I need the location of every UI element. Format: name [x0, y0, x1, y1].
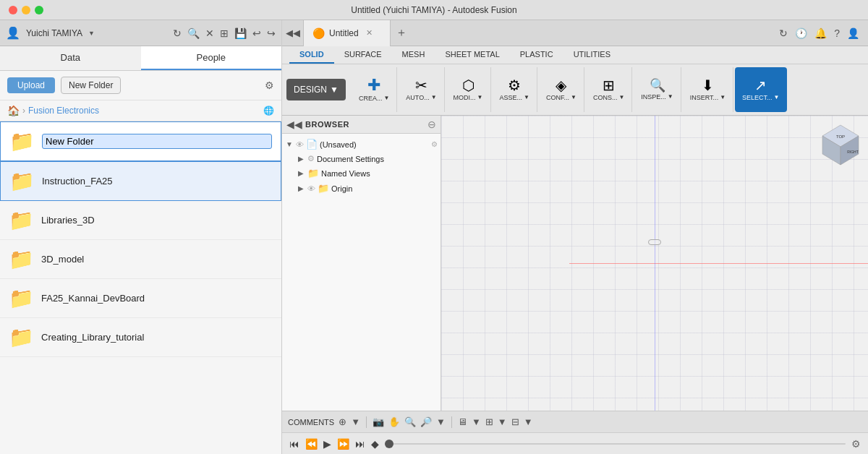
construct-button[interactable]: ◈ CONF... ▼	[543, 77, 579, 103]
doc-tab-title: Untitled	[329, 28, 359, 38]
ribbon-tab-surface[interactable]: SURFACE	[334, 46, 392, 64]
main-layout: 👤 Yuichi TAMIYA ▼ ↻ 🔍 ✕ ⊞ 💾 ↩ ↪ Data Peo…	[0, 20, 868, 454]
hand-icon[interactable]: ✋	[388, 416, 400, 427]
grid-toggle-icon[interactable]: ⊞	[485, 416, 493, 427]
comment-dropdown-icon[interactable]: ▼	[351, 416, 360, 427]
ribbon-tab-solid[interactable]: SOLID	[289, 46, 334, 64]
create-button[interactable]: ✚ CREA... ▼	[356, 76, 392, 104]
skip-back-icon[interactable]: ⏮	[289, 438, 299, 450]
save-icon[interactable]: 💾	[234, 27, 247, 39]
timeline-marker-icon[interactable]: ◆	[371, 438, 379, 450]
folder-name-input[interactable]	[42, 134, 272, 149]
tree-item-root[interactable]: ▼ 👁 📄 (Unsaved) ⚙	[282, 137, 441, 152]
user-avatar-icon: 👤	[6, 26, 20, 40]
document-tab[interactable]: 🟠 Untitled ✕	[304, 20, 391, 46]
help-icon[interactable]: ?	[834, 27, 840, 39]
step-back-icon[interactable]: ⏪	[305, 438, 318, 450]
new-folder-button[interactable]: New Folder	[61, 77, 121, 94]
modify-button[interactable]: ⬡ MODI... ▼	[451, 77, 486, 103]
notification-icon[interactable]: 🔔	[814, 27, 827, 39]
tree-item-docsettings[interactable]: ▶ ⚙ Document Settings	[282, 152, 441, 166]
folder-item-3dmodel[interactable]: 📁 3D_model	[0, 240, 281, 279]
tree-expand-icon[interactable]: ▶	[297, 155, 305, 163]
assemble-icon: ⚙	[508, 78, 521, 93]
new-tab-button[interactable]: ＋	[391, 20, 412, 46]
browser-menu-icon[interactable]: ⊖	[427, 119, 436, 130]
clock-icon[interactable]: 🕐	[795, 27, 807, 39]
close-icon[interactable]: ✕	[205, 27, 214, 39]
skip-forward-icon[interactable]: ⏭	[355, 438, 365, 450]
timeline[interactable]	[385, 443, 846, 445]
timeline-position-marker[interactable]	[385, 440, 393, 448]
view-cube[interactable]: TOP RIGHT	[819, 121, 862, 165]
tree-item-origin[interactable]: ▶ 👁 📁 Origin	[282, 181, 441, 196]
add-comment-icon[interactable]: ⊕	[339, 416, 346, 427]
ribbon-tab-sheetmetal[interactable]: SHEET METAL	[435, 46, 509, 64]
tree-expand-icon[interactable]: ▼	[285, 140, 294, 148]
refresh-icon[interactable]: ↻	[173, 27, 182, 39]
grid-dropdown-icon[interactable]: ▼	[498, 416, 507, 427]
view-dropdown-icon[interactable]: ▼	[524, 416, 533, 427]
inspect-button[interactable]: 🔍 INSPE... ▼	[638, 77, 676, 103]
folder-item-new[interactable]: 📁	[0, 121, 281, 161]
doc-tab-close-icon[interactable]: ✕	[366, 28, 373, 38]
ribbon-group-inspect: 🔍 INSPE... ▼	[634, 67, 681, 112]
home-icon[interactable]: 🏠	[7, 105, 20, 116]
settings-icon[interactable]: ⚙	[265, 80, 274, 91]
tree-item-namedviews[interactable]: ▶ 📁 Named Views	[282, 166, 441, 181]
cons-button[interactable]: ⊞ CONS... ▼	[590, 77, 627, 103]
assemble-button[interactable]: ⚙ ASSE... ▼	[497, 77, 532, 103]
design-button[interactable]: DESIGN ▼	[286, 79, 346, 100]
display-dropdown-icon[interactable]: ▼	[472, 416, 481, 427]
user-name[interactable]: Yuichi TAMIYA	[26, 28, 82, 38]
tree-expand-icon[interactable]: ▶	[297, 184, 305, 192]
play-icon[interactable]: ▶	[323, 438, 331, 450]
tree-visibility-icon[interactable]: 👁	[296, 140, 304, 149]
zoom-in-icon[interactable]: 🔎	[420, 416, 432, 427]
view-options-icon[interactable]: ⊟	[511, 416, 519, 427]
user-profile-icon[interactable]: 👤	[847, 27, 859, 39]
minimize-button[interactable]	[22, 6, 30, 14]
tree-settings-icon[interactable]: ⚙	[431, 140, 438, 148]
refresh-tab-icon[interactable]: ↻	[779, 27, 788, 39]
folder-item-fa25[interactable]: 📁 FA25_Kannai_DevBoard	[0, 279, 281, 318]
tree-visibility-icon[interactable]: 👁	[307, 184, 315, 193]
user-dropdown-icon[interactable]: ▼	[88, 30, 95, 37]
ribbon-tab-plastic[interactable]: PLASTIC	[510, 46, 563, 64]
maximize-button[interactable]	[35, 6, 43, 14]
upload-button[interactable]: Upload	[7, 77, 55, 93]
insert-button[interactable]: ⬇ INSERT... ▼	[687, 77, 728, 103]
select-icon: ↗	[754, 78, 767, 93]
breadcrumb: 🏠 › Fusion Electronics 🌐	[0, 100, 281, 121]
display-mode-icon[interactable]: 🖥	[458, 416, 467, 427]
camera-icon[interactable]: 📷	[373, 416, 384, 427]
ribbon-tab-utilities[interactable]: UTILITIES	[563, 46, 621, 64]
undo-icon[interactable]: ↩	[252, 27, 261, 39]
globe-icon[interactable]: 🌐	[263, 106, 274, 116]
step-forward-icon[interactable]: ⏩	[337, 438, 349, 450]
browser-collapse-icon[interactable]: ◀◀	[286, 119, 302, 130]
browser-back-button[interactable]: ◀◀	[282, 20, 304, 46]
zoom-extents-icon[interactable]: 🔍	[404, 416, 416, 427]
tab-people[interactable]: People	[141, 46, 282, 70]
viewport[interactable]: TOP RIGHT	[441, 116, 868, 411]
auto-button[interactable]: ✂ AUTO... ▼	[403, 77, 439, 103]
close-button[interactable]	[9, 6, 17, 14]
select-button[interactable]: ↗ SELECT... ▼	[739, 77, 782, 103]
separator	[366, 416, 367, 428]
zoom-dropdown-icon[interactable]: ▼	[436, 416, 446, 427]
breadcrumb-link[interactable]: Fusion Electronics	[28, 106, 99, 116]
folder-item-creating[interactable]: 📁 Creating_Library_tutorial	[0, 318, 281, 357]
tree-expand-icon[interactable]: ▶	[297, 169, 305, 177]
search-icon[interactable]: 🔍	[187, 27, 200, 39]
ribbon-tab-mesh[interactable]: MESH	[392, 46, 435, 64]
grid-icon[interactable]: ⊞	[220, 27, 229, 39]
tab-data[interactable]: Data	[0, 46, 141, 70]
settings-gear-icon[interactable]: ⚙	[851, 438, 861, 450]
tabs: Data People	[0, 46, 281, 71]
folder-icon: 📁	[9, 169, 35, 193]
tree-item-label: Document Settings	[317, 155, 438, 163]
folder-item-instruction[interactable]: 📁 Instruction_FA25	[0, 161, 281, 201]
redo-icon[interactable]: ↪	[267, 27, 276, 39]
folder-item-libraries[interactable]: 📁 Libraries_3D	[0, 201, 281, 240]
